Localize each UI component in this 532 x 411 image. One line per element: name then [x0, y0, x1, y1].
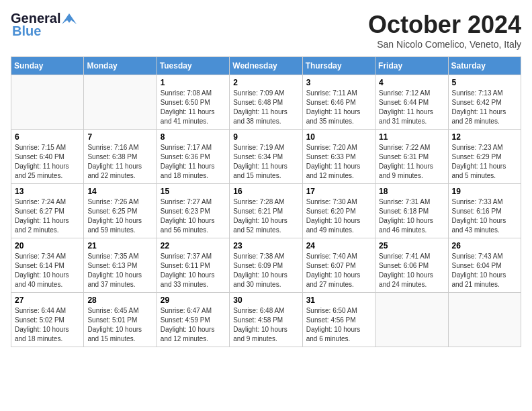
day-number: 31	[306, 295, 371, 305]
day-number: 18	[379, 187, 444, 196]
day-number: 5	[452, 78, 517, 87]
calendar-cell: 24Sunrise: 7:40 AMSunset: 6:07 PMDayligh…	[302, 238, 375, 293]
calendar-cell: 26Sunrise: 7:43 AMSunset: 6:04 PMDayligh…	[448, 238, 521, 293]
day-info: Sunrise: 7:40 AMSunset: 6:07 PMDaylight:…	[306, 252, 371, 289]
day-number: 14	[87, 187, 152, 196]
day-info: Sunrise: 7:17 AMSunset: 6:36 PMDaylight:…	[161, 143, 226, 181]
calendar-cell: 2Sunrise: 7:09 AMSunset: 6:48 PMDaylight…	[230, 75, 302, 130]
day-info: Sunrise: 7:43 AMSunset: 6:04 PMDaylight:…	[452, 252, 517, 289]
day-info: Sunrise: 7:16 AMSunset: 6:38 PMDaylight:…	[87, 143, 152, 181]
calendar-cell: 22Sunrise: 7:37 AMSunset: 6:11 PMDayligh…	[157, 238, 229, 293]
calendar-cell: 18Sunrise: 7:31 AMSunset: 6:18 PMDayligh…	[375, 184, 448, 238]
weekday-header: Sunday	[11, 57, 84, 75]
day-info: Sunrise: 7:28 AMSunset: 6:21 PMDaylight:…	[233, 197, 298, 235]
day-number: 20	[15, 241, 80, 250]
day-info: Sunrise: 7:11 AMSunset: 6:46 PMDaylight:…	[306, 89, 371, 126]
calendar-week-row: 27Sunrise: 6:44 AMSunset: 5:02 PMDayligh…	[11, 293, 521, 347]
calendar-cell: 28Sunrise: 6:45 AMSunset: 5:01 PMDayligh…	[84, 293, 157, 347]
weekday-header: Saturday	[448, 57, 521, 75]
calendar-cell: 21Sunrise: 7:35 AMSunset: 6:13 PMDayligh…	[84, 238, 157, 293]
day-info: Sunrise: 7:27 AMSunset: 6:23 PMDaylight:…	[161, 197, 226, 235]
calendar-cell: 8Sunrise: 7:17 AMSunset: 6:36 PMDaylight…	[157, 130, 229, 184]
calendar-cell: 1Sunrise: 7:08 AMSunset: 6:50 PMDaylight…	[157, 75, 229, 130]
svg-marker-0	[62, 13, 77, 24]
day-info: Sunrise: 7:23 AMSunset: 6:29 PMDaylight:…	[452, 143, 517, 181]
day-info: Sunrise: 7:34 AMSunset: 6:14 PMDaylight:…	[15, 252, 80, 289]
day-number: 7	[87, 132, 152, 142]
day-number: 24	[306, 241, 371, 250]
day-number: 9	[233, 132, 298, 142]
day-info: Sunrise: 6:50 AMSunset: 4:56 PMDaylight:…	[306, 306, 371, 344]
day-number: 22	[161, 241, 226, 250]
calendar-cell	[375, 293, 448, 347]
calendar-week-row: 20Sunrise: 7:34 AMSunset: 6:14 PMDayligh…	[11, 238, 521, 293]
day-info: Sunrise: 6:48 AMSunset: 4:58 PMDaylight:…	[233, 306, 298, 344]
day-info: Sunrise: 6:44 AMSunset: 5:02 PMDaylight:…	[15, 306, 80, 344]
weekday-header: Thursday	[302, 57, 375, 75]
day-number: 29	[161, 295, 226, 305]
calendar-cell: 17Sunrise: 7:30 AMSunset: 6:20 PMDayligh…	[302, 184, 375, 238]
day-number: 30	[233, 295, 298, 305]
calendar-cell	[84, 75, 157, 130]
day-info: Sunrise: 7:12 AMSunset: 6:44 PMDaylight:…	[379, 89, 444, 126]
calendar-week-row: 1Sunrise: 7:08 AMSunset: 6:50 PMDaylight…	[11, 75, 521, 130]
day-info: Sunrise: 7:13 AMSunset: 6:42 PMDaylight:…	[452, 89, 517, 126]
calendar-cell: 27Sunrise: 6:44 AMSunset: 5:02 PMDayligh…	[11, 293, 84, 347]
weekday-header: Monday	[84, 57, 157, 75]
day-number: 13	[15, 187, 80, 196]
calendar-cell: 9Sunrise: 7:19 AMSunset: 6:34 PMDaylight…	[230, 130, 302, 184]
calendar-cell: 16Sunrise: 7:28 AMSunset: 6:21 PMDayligh…	[230, 184, 302, 238]
calendar-cell: 10Sunrise: 7:20 AMSunset: 6:33 PMDayligh…	[302, 130, 375, 184]
day-number: 26	[452, 241, 517, 250]
title-block: October 2024 San Nicolo Comelico, Veneto…	[368, 11, 521, 50]
calendar-cell: 14Sunrise: 7:26 AMSunset: 6:25 PMDayligh…	[84, 184, 157, 238]
logo-bird-icon	[62, 13, 77, 24]
day-info: Sunrise: 7:38 AMSunset: 6:09 PMDaylight:…	[233, 252, 298, 289]
calendar-cell: 23Sunrise: 7:38 AMSunset: 6:09 PMDayligh…	[230, 238, 302, 293]
day-info: Sunrise: 7:41 AMSunset: 6:06 PMDaylight:…	[379, 252, 444, 289]
logo-text-blue: Blue	[12, 24, 41, 39]
day-info: Sunrise: 6:45 AMSunset: 5:01 PMDaylight:…	[87, 306, 152, 344]
weekday-header: Wednesday	[230, 57, 302, 75]
day-number: 10	[306, 132, 371, 142]
calendar-cell: 3Sunrise: 7:11 AMSunset: 6:46 PMDaylight…	[302, 75, 375, 130]
weekday-header: Friday	[375, 57, 448, 75]
day-info: Sunrise: 7:22 AMSunset: 6:31 PMDaylight:…	[379, 143, 444, 181]
calendar-cell: 5Sunrise: 7:13 AMSunset: 6:42 PMDaylight…	[448, 75, 521, 130]
weekday-header: Tuesday	[157, 57, 229, 75]
calendar-cell: 4Sunrise: 7:12 AMSunset: 6:44 PMDaylight…	[375, 75, 448, 130]
day-number: 28	[87, 295, 152, 305]
calendar-cell: 29Sunrise: 6:47 AMSunset: 4:59 PMDayligh…	[157, 293, 229, 347]
day-info: Sunrise: 7:31 AMSunset: 6:18 PMDaylight:…	[379, 197, 444, 235]
day-info: Sunrise: 7:35 AMSunset: 6:13 PMDaylight:…	[87, 252, 152, 289]
calendar-header-row: SundayMondayTuesdayWednesdayThursdayFrid…	[11, 57, 521, 75]
day-number: 1	[161, 78, 226, 87]
calendar-cell	[448, 293, 521, 347]
calendar-cell: 19Sunrise: 7:33 AMSunset: 6:16 PMDayligh…	[448, 184, 521, 238]
day-number: 3	[306, 78, 371, 87]
day-info: Sunrise: 7:08 AMSunset: 6:50 PMDaylight:…	[161, 89, 226, 126]
calendar-cell: 13Sunrise: 7:24 AMSunset: 6:27 PMDayligh…	[11, 184, 84, 238]
day-number: 8	[161, 132, 226, 142]
day-number: 23	[233, 241, 298, 250]
day-number: 17	[306, 187, 371, 196]
calendar-table: SundayMondayTuesdayWednesdayThursdayFrid…	[11, 56, 521, 347]
day-number: 19	[452, 187, 517, 196]
calendar-cell: 15Sunrise: 7:27 AMSunset: 6:23 PMDayligh…	[157, 184, 229, 238]
day-info: Sunrise: 7:26 AMSunset: 6:25 PMDaylight:…	[87, 197, 152, 235]
day-number: 15	[161, 187, 226, 196]
day-number: 12	[452, 132, 517, 142]
day-number: 4	[379, 78, 444, 87]
calendar-week-row: 13Sunrise: 7:24 AMSunset: 6:27 PMDayligh…	[11, 184, 521, 238]
calendar-week-row: 6Sunrise: 7:15 AMSunset: 6:40 PMDaylight…	[11, 130, 521, 184]
location: San Nicolo Comelico, Veneto, Italy	[368, 39, 521, 50]
day-number: 16	[233, 187, 298, 196]
day-info: Sunrise: 7:30 AMSunset: 6:20 PMDaylight:…	[306, 197, 371, 235]
day-info: Sunrise: 6:47 AMSunset: 4:59 PMDaylight:…	[161, 306, 226, 344]
calendar-cell: 12Sunrise: 7:23 AMSunset: 6:29 PMDayligh…	[448, 130, 521, 184]
day-number: 21	[87, 241, 152, 250]
day-info: Sunrise: 7:19 AMSunset: 6:34 PMDaylight:…	[233, 143, 298, 181]
month-title: October 2024	[368, 11, 521, 39]
day-info: Sunrise: 7:33 AMSunset: 6:16 PMDaylight:…	[452, 197, 517, 235]
day-number: 25	[379, 241, 444, 250]
